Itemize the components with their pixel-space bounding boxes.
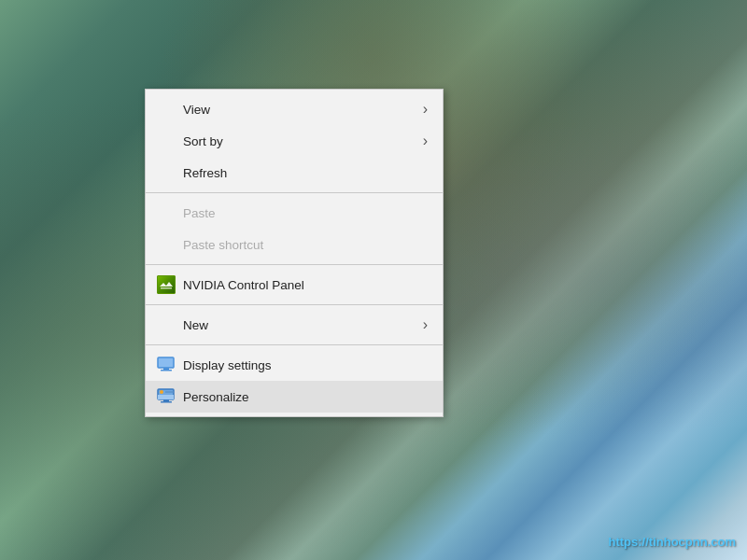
view-item-label: View — [183, 103, 423, 117]
menu-item-new[interactable]: New — [146, 309, 443, 341]
view-submenu-chevron — [423, 102, 428, 117]
divider-3 — [146, 304, 443, 305]
svg-rect-0 — [161, 287, 172, 289]
new-item-label: New — [183, 318, 423, 332]
menu-item-paste-shortcut[interactable]: Paste shortcut — [146, 229, 443, 260]
menu-item-refresh[interactable]: Refresh — [146, 157, 443, 189]
divider-2 — [146, 264, 443, 265]
sort-by-item-label: Sort by — [183, 134, 423, 148]
context-menu: View Sort by Refresh Paste Paste shortcu… — [145, 89, 444, 417]
paste-shortcut-item-label: Paste shortcut — [183, 238, 428, 252]
sort-by-item-icon — [157, 132, 176, 150]
menu-item-nvidia[interactable]: NVIDIA Control Panel — [146, 269, 443, 301]
divider-1 — [146, 192, 443, 193]
nvidia-item-label: NVIDIA Control Panel — [183, 278, 428, 292]
svg-point-8 — [160, 390, 163, 394]
paste-item-label: Paste — [183, 206, 428, 220]
sort-by-submenu-chevron — [423, 133, 428, 148]
menu-item-sort-by[interactable]: Sort by — [146, 125, 443, 157]
divider-4 — [146, 344, 443, 345]
watermark: https://tinhocpnn.com — [609, 535, 736, 549]
personalize-item-label: Personalize — [183, 390, 428, 404]
svg-rect-3 — [161, 370, 172, 371]
refresh-item-icon — [157, 163, 176, 182]
view-item-icon — [157, 100, 176, 119]
new-item-icon — [157, 315, 176, 334]
menu-item-view[interactable]: View — [146, 93, 443, 125]
paste-item-icon — [157, 203, 176, 222]
menu-item-display-settings[interactable]: Display settings — [146, 349, 443, 381]
menu-item-paste[interactable]: Paste — [146, 197, 443, 229]
svg-rect-2 — [163, 368, 169, 370]
display-settings-item-label: Display settings — [183, 358, 428, 372]
paste-shortcut-item-icon — [157, 235, 176, 254]
menu-item-personalize[interactable]: Personalize — [146, 381, 443, 413]
new-submenu-chevron — [423, 317, 428, 332]
svg-rect-5 — [158, 395, 174, 399]
nvidia-logo — [157, 275, 176, 294]
svg-rect-1 — [158, 357, 174, 368]
personalize-item-icon — [157, 387, 176, 406]
display-settings-item-icon — [157, 356, 176, 374]
svg-rect-7 — [161, 401, 172, 403]
nvidia-item-icon — [157, 275, 176, 294]
refresh-item-label: Refresh — [183, 166, 428, 180]
svg-rect-6 — [163, 399, 169, 401]
